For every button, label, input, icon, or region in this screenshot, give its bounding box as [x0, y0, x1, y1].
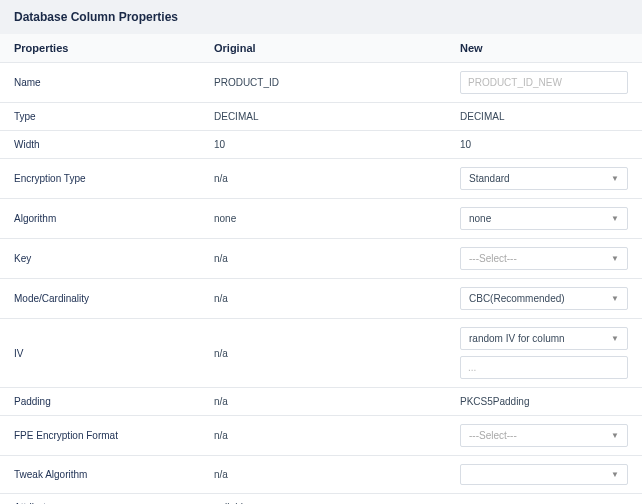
encryption-type-select[interactable]: Standard▼ — [460, 167, 628, 190]
label-key: Key — [14, 253, 214, 264]
fpe-select[interactable]: ---Select---▼ — [460, 424, 628, 447]
orig-algo: none — [214, 213, 460, 224]
orig-fpe: n/a — [214, 430, 460, 441]
label-algo: Algorithm — [14, 213, 214, 224]
label-padding: Padding — [14, 396, 214, 407]
table-header-row: Properties Original New — [0, 34, 642, 63]
orig-type: DECIMAL — [214, 111, 460, 122]
row-fpe: FPE Encryption Format n/a ---Select---▼ — [0, 416, 642, 456]
label-iv: IV — [14, 348, 214, 359]
label-tweak: Tweak Algorithm — [14, 469, 214, 480]
col-header-new: New — [460, 42, 628, 54]
row-attributes: Attributes nullable — [0, 494, 642, 504]
page-title: Database Column Properties — [14, 10, 628, 24]
orig-name: PRODUCT_ID — [214, 77, 460, 88]
new-width: 10 — [460, 139, 628, 150]
orig-tweak: n/a — [214, 469, 460, 480]
label-enc: Encryption Type — [14, 173, 214, 184]
new-padding: PKCS5Padding — [460, 396, 628, 407]
label-width: Width — [14, 139, 214, 150]
mode-select[interactable]: CBC(Recommended)▼ — [460, 287, 628, 310]
row-algorithm: Algorithm none none▼ — [0, 199, 642, 239]
orig-mode: n/a — [214, 293, 460, 304]
key-select[interactable]: ---Select---▼ — [460, 247, 628, 270]
row-iv: IV n/a random IV for column▼ — [0, 319, 642, 388]
label-fpe: FPE Encryption Format — [14, 430, 214, 441]
row-name: Name PRODUCT_ID — [0, 63, 642, 103]
page-header: Database Column Properties — [0, 0, 642, 34]
chevron-down-icon: ▼ — [611, 334, 619, 343]
row-encryption-type: Encryption Type n/a Standard▼ — [0, 159, 642, 199]
orig-padding: n/a — [214, 396, 460, 407]
new-type: DECIMAL — [460, 111, 628, 122]
chevron-down-icon: ▼ — [611, 470, 619, 479]
iv-select[interactable]: random IV for column▼ — [460, 327, 628, 350]
row-padding: Padding n/a PKCS5Padding — [0, 388, 642, 416]
orig-key: n/a — [214, 253, 460, 264]
label-type[interactable]: Type — [14, 111, 214, 122]
col-header-properties: Properties — [14, 42, 214, 54]
orig-width: 10 — [214, 139, 460, 150]
chevron-down-icon: ▼ — [611, 174, 619, 183]
tweak-select[interactable]: ▼ — [460, 464, 628, 485]
orig-iv: n/a — [214, 348, 460, 359]
chevron-down-icon: ▼ — [611, 294, 619, 303]
label-mode: Mode/Cardinality — [14, 293, 214, 304]
row-width: Width 10 10 — [0, 131, 642, 159]
iv-input[interactable] — [460, 356, 628, 379]
label-name: Name — [14, 77, 214, 88]
chevron-down-icon: ▼ — [611, 214, 619, 223]
row-mode: Mode/Cardinality n/a CBC(Recommended)▼ — [0, 279, 642, 319]
new-name-input[interactable] — [460, 71, 628, 94]
row-tweak: Tweak Algorithm n/a ▼ — [0, 456, 642, 494]
col-header-original: Original — [214, 42, 460, 54]
orig-enc: n/a — [214, 173, 460, 184]
chevron-down-icon: ▼ — [611, 254, 619, 263]
chevron-down-icon: ▼ — [611, 431, 619, 440]
row-type: Type DECIMAL DECIMAL — [0, 103, 642, 131]
algorithm-select[interactable]: none▼ — [460, 207, 628, 230]
row-key: Key n/a ---Select---▼ — [0, 239, 642, 279]
